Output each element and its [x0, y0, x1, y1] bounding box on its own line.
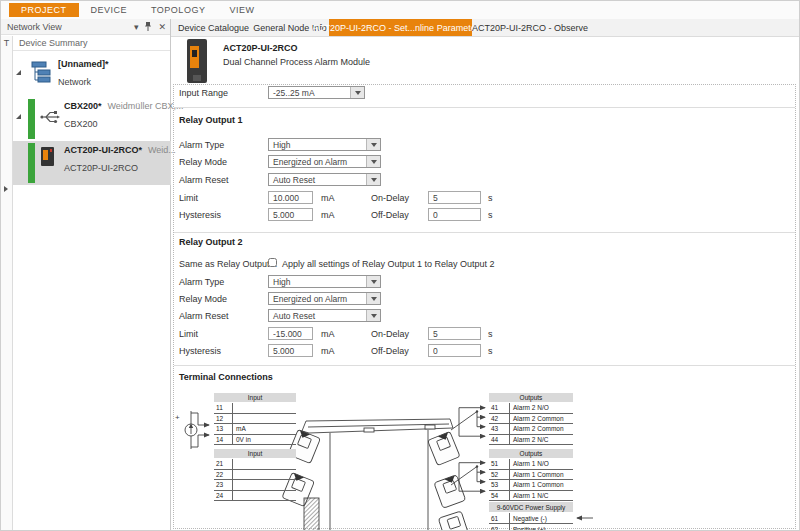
- separator: [174, 107, 795, 108]
- outputs-alarm2-table: Outputs 41Alarm 2 N/O42Alarm 2 Common43A…: [489, 393, 573, 445]
- menubar: PROJECT DEVICE TOPOLOGY VIEW: [1, 1, 799, 20]
- status-bar-green: [28, 99, 35, 139]
- gutter-label: T: [1, 38, 12, 48]
- relay1-relay-mode-label: Relay Mode: [179, 157, 227, 167]
- terminal-row: 54Alarm 1 N/C: [489, 491, 573, 502]
- sidebar-item-cbx200[interactable]: CBX200*Weidmüller CBX,... CBX200: [13, 97, 171, 141]
- dropdown-arrow-icon[interactable]: [366, 174, 380, 185]
- terminal-label: Alarm 2 N/C: [510, 435, 573, 445]
- expander-icon[interactable]: [16, 70, 21, 75]
- menu-topology[interactable]: TOPOLOGY: [139, 3, 217, 17]
- terminal-row: 42Alarm 2 Common: [489, 414, 573, 425]
- current-source-plus: +: [175, 413, 180, 422]
- relay2-title: Relay Output 2: [179, 237, 243, 247]
- relay1-hysteresis-label: Hysteresis: [179, 210, 221, 220]
- relay2-relay-mode-label: Relay Mode: [179, 294, 227, 304]
- dropdown-arrow-icon[interactable]: [366, 293, 380, 304]
- usb-icon: [40, 108, 60, 126]
- node-name: ACT20P-UI-2RCO*Weid...: [64, 145, 176, 155]
- terminal-label: mA: [233, 424, 296, 434]
- pin-icon[interactable]: [144, 21, 152, 32]
- relay1-alarm-type-label: Alarm Type: [179, 140, 224, 150]
- dropdown-arrow-icon[interactable]: [366, 310, 380, 321]
- dropdown-arrow-icon[interactable]: [350, 87, 364, 98]
- separator: [174, 365, 795, 366]
- tab-set-online-parameter[interactable]: ACT20P-UI-2RCO - Set...nline Parameter ×: [329, 19, 472, 36]
- terminal-number: 12: [214, 414, 233, 424]
- relay1-limit-unit: mA: [321, 193, 335, 203]
- close-icon[interactable]: ✕: [158, 22, 166, 32]
- network-view-panel: Network View ▾ ✕ Device Summary T: [1, 19, 171, 531]
- relay1-limit-input[interactable]: [268, 191, 313, 204]
- expander-icon[interactable]: [16, 114, 21, 119]
- relay2-same-as-checkbox[interactable]: [268, 258, 277, 267]
- dropdown-arrow-icon[interactable]: [366, 139, 380, 150]
- terminal-row: 44Alarm 2 N/C: [489, 435, 573, 446]
- terminal-number: 24: [214, 491, 233, 501]
- relay2-off-delay-input[interactable]: [428, 344, 481, 357]
- terminal-label: Alarm 2 Common: [510, 424, 573, 434]
- terminal-number: 41: [489, 403, 510, 413]
- table-header: Input: [214, 393, 296, 402]
- menu-view[interactable]: VIEW: [217, 3, 266, 17]
- node-vendor: Weid...: [148, 145, 176, 155]
- relay2-alarm-reset-select[interactable]: Auto Reset: [268, 309, 381, 322]
- terminal-number: 42: [489, 414, 510, 424]
- relay2-relay-mode-select[interactable]: Energized on Alarm: [268, 292, 381, 305]
- power-supply-table: 9-60VDC Power Supply 61Negative (-)62Pos…: [489, 502, 573, 531]
- tab-device-catalogue[interactable]: Device Catalogue: [176, 19, 251, 36]
- node-vendor: Weidmüller CBX,...: [108, 101, 184, 111]
- relay1-on-delay-unit: s: [488, 193, 493, 203]
- relay1-alarm-reset-select[interactable]: Auto Reset: [268, 173, 381, 186]
- terminal-label: [233, 414, 296, 424]
- terminal-number: 62: [489, 524, 510, 531]
- tab-observe[interactable]: ACT20P-UI-2RCO - Observe: [472, 19, 588, 36]
- terminal-label: [233, 403, 296, 413]
- chevron-down-icon[interactable]: ▾: [134, 22, 139, 32]
- panel-header: Network View ▾ ✕: [1, 19, 170, 35]
- relay1-on-delay-input[interactable]: [428, 191, 481, 204]
- relay1-hysteresis-input[interactable]: [268, 208, 313, 221]
- relay1-alarm-type-select[interactable]: High: [268, 138, 381, 151]
- terminal-label: Alarm 1 N/O: [510, 459, 573, 469]
- terminal-number: 61: [489, 513, 510, 523]
- terminal-number: 21: [214, 459, 233, 469]
- terminal-label: 0V in: [233, 435, 296, 445]
- application-window: PROJECT DEVICE TOPOLOGY VIEW Network Vie…: [0, 0, 800, 531]
- input1-table: Input 111213mA140V in: [214, 393, 296, 445]
- terminal-label: [233, 459, 296, 469]
- terminal-number: 54: [489, 491, 510, 501]
- relay2-limit-input[interactable]: [268, 327, 313, 340]
- terminal-number: 51: [489, 459, 510, 469]
- relay2-on-delay-input[interactable]: [428, 327, 481, 340]
- table-header: Outputs: [489, 449, 573, 458]
- dropdown-arrow-icon[interactable]: [366, 276, 380, 287]
- relay2-alarm-reset-label: Alarm Reset: [179, 311, 229, 321]
- device-title: ACT20P-UI-2RCO: [223, 43, 298, 53]
- relay2-hysteresis-input[interactable]: [268, 344, 313, 357]
- menu-project[interactable]: PROJECT: [9, 3, 79, 17]
- input-range-select[interactable]: -25..25 mA: [268, 86, 365, 99]
- terminal-number: 11: [214, 403, 233, 413]
- relay2-off-delay-label: Off-Delay: [371, 346, 409, 356]
- relay2-limit-unit: mA: [321, 329, 335, 339]
- relay1-relay-mode-select[interactable]: Energized on Alarm: [268, 155, 381, 168]
- terminal-row: 13mA: [214, 424, 296, 435]
- relay2-alarm-type-select[interactable]: High: [268, 275, 381, 288]
- relay1-limit-label: Limit: [179, 193, 198, 203]
- relay1-off-delay-label: Off-Delay: [371, 210, 409, 220]
- terminal-row: 61Negative (-): [489, 513, 573, 524]
- terminal-row: 21: [214, 459, 296, 470]
- sidebar-item-network[interactable]: [Unnamed]* Network: [13, 53, 171, 97]
- separator: [174, 232, 795, 233]
- menu-device[interactable]: DEVICE: [79, 3, 140, 17]
- dropdown-arrow-icon[interactable]: [366, 156, 380, 167]
- relay2-same-as-label: Same as Relay Output 1: [179, 259, 277, 269]
- table-header: Outputs: [489, 393, 573, 402]
- terminal-row: 22: [214, 470, 296, 481]
- module-icon: [41, 147, 54, 166]
- terminal-label: Alarm 1 Common: [510, 470, 573, 480]
- relay1-off-delay-input[interactable]: [428, 208, 481, 221]
- sidebar-item-act20p[interactable]: ACT20P-UI-2RCO*Weid... ACT20P-UI-2RCO: [13, 141, 171, 185]
- terminal-row: 52Alarm 1 Common: [489, 470, 573, 481]
